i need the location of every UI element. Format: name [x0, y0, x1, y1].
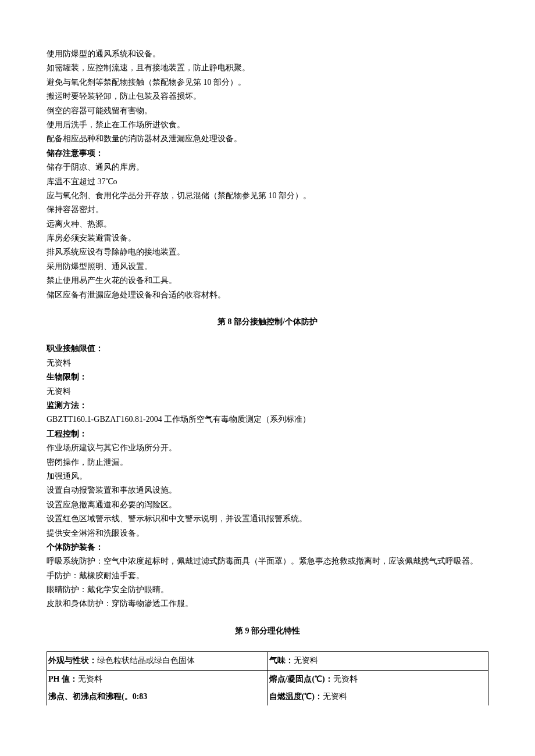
- biolimit-value: 无资料: [47, 385, 488, 398]
- table-row: PH 值：无资料 熔点/凝固点(℃)：无资料: [47, 670, 488, 688]
- table-row: 沸点、初沸点和沸程(。0:83 自燃温度(℃)：无资料: [47, 688, 488, 705]
- oexp-value: 无资料: [47, 357, 488, 370]
- handling-line: 配备相应品种和数量的消防器材及泄漏应急处理设备。: [47, 132, 488, 145]
- storage-line: 应与氧化剂、食用化学品分开存放，切忌混储（禁配物参见第 10 部分）。: [47, 189, 488, 202]
- storage-line: 储区应备有泄漏应急处理设备和合适的收容材料。: [47, 289, 488, 302]
- section8-title: 第 8 部分接触控制/个体防护: [47, 316, 488, 328]
- handling-line: 如需罐装，应控制流速，且有接地装置，防止静电积聚。: [47, 62, 488, 74]
- storage-line: 库房必须安装避雷设备。: [47, 232, 488, 245]
- cell-value: 无资料: [294, 656, 318, 665]
- handling-line: 避免与氧化剂等禁配物接触（禁配物参见第 10 部分）。: [47, 76, 488, 89]
- cell-value: 无资料: [333, 675, 358, 683]
- page-content: 使用防爆型的通风系统和设备。 如需罐装，应控制流速，且有接地装置，防止静电积聚。…: [0, 0, 535, 729]
- engctrl-line: 提供安全淋浴和洗眼设备。: [47, 527, 488, 540]
- storage-heading: 储存注意事项：: [47, 147, 488, 160]
- handling-block: 使用防爆型的通风系统和设备。 如需罐装，应控制流速，且有接地装置，防止静电积聚。…: [47, 48, 488, 146]
- monitor-value: GBZTT160.1-GBZΛГ160.81-2004 工作场所空气有毒物质测定…: [47, 413, 488, 426]
- cell-value: 无资料: [323, 692, 347, 701]
- cell-value: 绿色粒状结晶或绿白色固体: [97, 656, 195, 665]
- handling-line: 搬运时要轻装轻卸，防止包装及容器损坏。: [47, 90, 488, 103]
- ppe-line: 呼吸系统防护：空气中浓度超标时，佩戴过滤式防毒面具（半面罩）。紧急事态抢救或撤离…: [47, 555, 488, 568]
- ppe-line: 皮肤和身体防护：穿防毒物渗透工作服。: [47, 597, 488, 610]
- storage-line: 库温不宜超过 37℃o: [47, 175, 488, 188]
- engctrl-line: 加强通风。: [47, 470, 488, 483]
- engctrl-line: 设置应急撤离通道和必要的泻险区。: [47, 499, 488, 511]
- section9-title: 第 9 部分理化特性: [47, 625, 488, 637]
- ppe-line: 眼睛防护：戴化学安全防护眼睛。: [47, 583, 488, 596]
- storage-line: 储存于阴凉、通风的库房。: [47, 161, 488, 174]
- biolimit-label: 生物限制：: [47, 371, 488, 384]
- engctrl-line: 密闭操作，防止泄漏。: [47, 456, 488, 469]
- storage-line: 禁止使用易产生火花的设备和工具。: [47, 274, 488, 287]
- storage-line: 保持容器密封。: [47, 203, 488, 216]
- cell-label: PH 值：: [48, 675, 78, 683]
- storage-line: 排风系统应设有导除静电的接地装置。: [47, 246, 488, 259]
- cell-label: 熔点/凝固点(℃)：: [269, 675, 333, 683]
- storage-line: 远离火种、热源。: [47, 218, 488, 231]
- handling-line: 使用防爆型的通风系统和设备。: [47, 48, 488, 60]
- cell-label: 外观与性状：: [48, 656, 97, 665]
- ppe-line: 手防护：戴橡胶耐油手套。: [47, 569, 488, 582]
- engctrl-line: 设置自动报警装置和事故通风设施。: [47, 484, 488, 497]
- handling-line: 倒空的容器可能残留有害物。: [47, 105, 488, 117]
- oexp-label: 职业接触限值：: [47, 342, 488, 355]
- ppe-block: 呼吸系统防护：空气中浓度超标时，佩戴过滤式防毒面具（半面罩）。紧急事态抢救或撤离…: [47, 555, 488, 611]
- storage-block: 储存于阴凉、通风的库房。 库温不宜超过 37℃o 应与氧化剂、食用化学品分开存放…: [47, 161, 488, 302]
- storage-line: 采用防爆型照明、通风设置。: [47, 260, 488, 273]
- engctrl-line: 作业场所建议与其它作业场所分开。: [47, 442, 488, 454]
- table-row: 外观与性状：绿色粒状结晶或绿白色固体 气味：无资料: [47, 652, 488, 670]
- engctrl-label: 工程控制：: [47, 428, 488, 440]
- cell-label: 气味：: [269, 656, 294, 665]
- properties-table: 外观与性状：绿色粒状结晶或绿白色固体 气味：无资料 PH 值：无资料 熔点/凝固…: [47, 651, 488, 705]
- ppe-label: 个体防护装备：: [47, 541, 488, 554]
- handling-line: 使用后洗手，禁止在工作场所进饮食。: [47, 119, 488, 131]
- engctrl-block: 作业场所建议与其它作业场所分开。 密闭操作，防止泄漏。 加强通风。 设置自动报警…: [47, 442, 488, 540]
- cell-label: 自燃温度(℃)：: [269, 692, 323, 701]
- monitor-label: 监测方法：: [47, 399, 488, 412]
- cell-value: 无资料: [78, 675, 102, 683]
- engctrl-line: 设置红色区域警示线、警示标识和中文警示说明，并设置通讯报警系统。: [47, 513, 488, 525]
- cell-label: 沸点、初沸点和沸程(。0:83: [48, 692, 147, 701]
